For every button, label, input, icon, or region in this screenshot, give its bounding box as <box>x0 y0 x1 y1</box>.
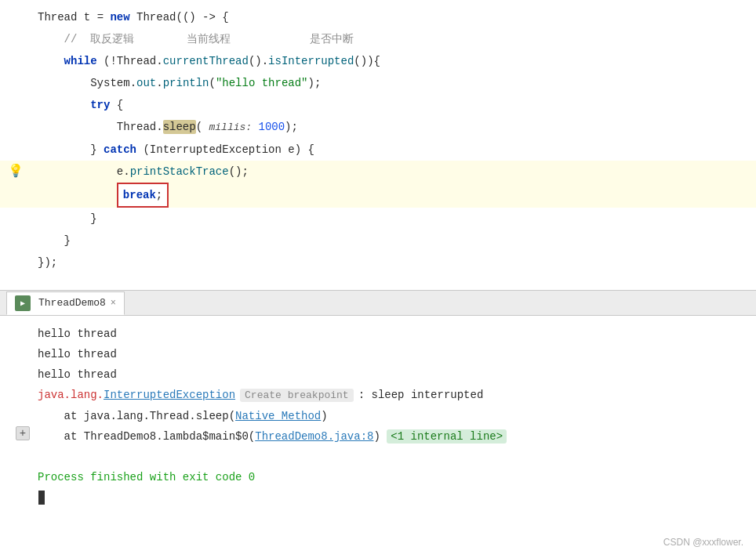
line-content: while (!Thread.currentThread().isInterru… <box>31 50 380 72</box>
console-line: hello thread <box>13 364 743 385</box>
line-content: e.printStackTrace(); <box>31 161 249 183</box>
stacktrace-text-1: at java.lang.Thread.sleep(Native Method) <box>38 406 743 426</box>
console-text: hello thread <box>38 344 743 364</box>
code-line: Thread t = new Thread(() -> { <box>0 6 756 28</box>
console-tab-icon: ▶ <box>15 295 31 311</box>
break-statement: break; <box>117 183 169 208</box>
code-line: }); <box>0 252 756 273</box>
console-text: hello thread <box>38 364 743 385</box>
code-line: } <box>0 230 756 252</box>
internal-line-badge: <1 internal line> <box>387 429 507 444</box>
code-editor: Thread t = new Thread(() -> { // 取反逻辑 当前… <box>0 0 756 290</box>
code-line: while (!Thread.currentThread().isInterru… <box>0 50 756 72</box>
panel-tabs: ▶ ThreadDemo8 × <box>0 291 756 316</box>
line-content: } <box>31 230 71 252</box>
code-line: Thread.sleep( millis: 1000); <box>0 116 756 139</box>
code-lines: Thread t = new Thread(() -> { // 取反逻辑 当前… <box>0 0 756 280</box>
file-link[interactable]: ThreadDemo8.java:8 <box>255 430 373 443</box>
console-panel: ▶ ThreadDemo8 × hello thread hello threa… <box>0 290 756 554</box>
expand-icon[interactable]: + <box>16 426 30 440</box>
code-line: try { <box>0 94 756 116</box>
process-finished-line: Process finished with exit code 0 <box>13 467 743 487</box>
console-text: hello thread <box>38 324 743 344</box>
code-line: } <box>0 208 756 230</box>
empty-text <box>38 447 743 467</box>
code-line: System.out.println("hello thread"); <box>0 72 756 94</box>
console-tab[interactable]: ▶ ThreadDemo8 × <box>6 291 125 315</box>
console-line: hello thread <box>13 344 743 364</box>
bulb-icon: 💡 <box>8 161 24 183</box>
process-finished-text: Process finished with exit code 0 <box>38 467 743 487</box>
exception-text: java.lang.InterruptedExceptionCreate bre… <box>38 385 743 406</box>
console-line: hello thread <box>13 324 743 344</box>
line-gutter-bulb: 💡 <box>0 161 31 183</box>
stacktrace-line-2: + at ThreadDemo8.lambda$main$0(ThreadDem… <box>13 426 743 447</box>
cursor-line <box>13 487 743 508</box>
console-tab-close[interactable]: × <box>111 298 116 309</box>
line-content: Thread t = new Thread(() -> { <box>31 6 229 28</box>
empty-line <box>13 447 743 467</box>
exception-link[interactable]: InterruptedException <box>104 389 235 401</box>
cursor-text <box>38 487 743 508</box>
line-content: System.out.println("hello thread"); <box>31 72 321 94</box>
native-method-link[interactable]: Native Method <box>235 410 321 422</box>
line-content: try { <box>31 94 123 116</box>
exception-prefix: java.lang. <box>38 389 104 401</box>
code-line: } catch (InterruptedException e) { <box>0 139 756 161</box>
line-content: } catch (InterruptedException e) { <box>31 139 314 161</box>
exception-line: java.lang.InterruptedExceptionCreate bre… <box>13 385 743 406</box>
code-line-highlighted: 💡 e.printStackTrace(); <box>0 161 756 183</box>
line-content: break; <box>31 183 169 208</box>
watermark: CSDN @xxxflower. <box>663 537 743 548</box>
create-breakpoint-hint[interactable]: Create breakpoint <box>240 389 354 402</box>
line-content: Thread.sleep( millis: 1000); <box>31 116 298 139</box>
exception-suffix: : sleep interrupted <box>358 389 484 401</box>
stacktrace-text-2: at ThreadDemo8.lambda$main$0(ThreadDemo8… <box>38 426 743 447</box>
console-gutter-plus[interactable]: + <box>13 426 38 440</box>
console-output: hello thread hello thread hello thread j… <box>0 316 756 554</box>
line-content: }); <box>31 252 57 273</box>
line-content: } <box>31 208 97 230</box>
cursor <box>38 491 45 505</box>
stacktrace-line-1: at java.lang.Thread.sleep(Native Method) <box>13 406 743 426</box>
line-content: // 取反逻辑 当前线程 是否中断 <box>31 28 354 50</box>
code-line-break: break; <box>0 183 756 208</box>
console-tab-label: ThreadDemo8 <box>38 297 106 309</box>
code-line: // 取反逻辑 当前线程 是否中断 <box>0 28 756 50</box>
